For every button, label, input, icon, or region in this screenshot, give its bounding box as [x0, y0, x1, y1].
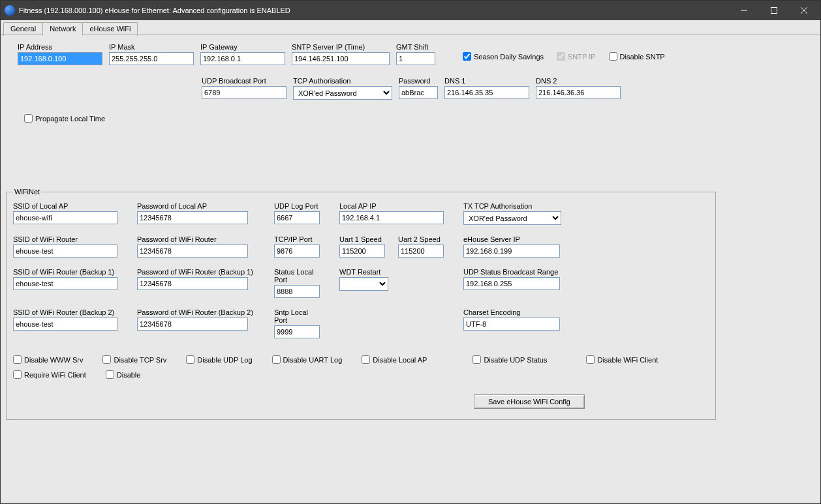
- disable-sntp-checkbox[interactable]: [609, 52, 617, 61]
- tcp-auth-select[interactable]: XOR'ed Password: [293, 86, 392, 100]
- pwd-backup1-label: Password of WiFi Router (Backup 1): [137, 268, 255, 276]
- window-title: Fitness (192.168.000.100) eHouse for Eth…: [19, 7, 729, 14]
- status-local-port-label: Status Local Port: [274, 268, 320, 284]
- dns2-input[interactable]: [536, 86, 621, 99]
- udp-log-port-label: UDP Log Port: [274, 202, 320, 210]
- disable-sntp-label: Disable SNTP: [620, 53, 665, 61]
- pwd-router-input[interactable]: [137, 245, 248, 258]
- tx-tcp-auth-select[interactable]: XOR'ed Password: [463, 211, 561, 225]
- udp-broadcast-port-label: UDP Broadcast Port: [202, 77, 287, 85]
- disable-udp-status-label: Disable UDP Status: [484, 356, 547, 364]
- disable-uart-log-label: Disable UART Log: [283, 356, 343, 364]
- svg-rect-1: [771, 8, 777, 14]
- wdt-restart-label: WDT Restart: [339, 268, 444, 276]
- tx-tcp-auth-label: TX TCP Authorisation: [463, 202, 568, 210]
- local-ap-ip-input[interactable]: [339, 211, 444, 224]
- tab-network[interactable]: Network: [42, 22, 83, 36]
- uart1-input[interactable]: [339, 245, 385, 258]
- ip-gateway-label: IP Gateway: [200, 43, 285, 51]
- uart1-label: Uart 1 Speed: [339, 235, 385, 243]
- local-ap-ip-label: Local AP IP: [339, 202, 444, 210]
- season-daily-savings-label: Season Daily Savings: [474, 53, 544, 61]
- ssid-backup2-label: SSID of WiFi Router (Backup 2): [13, 308, 117, 316]
- tcpip-port-input[interactable]: [274, 245, 320, 258]
- gmt-shift-label: GMT Shift: [396, 43, 435, 51]
- disable-uart-log-checkbox[interactable]: [272, 355, 281, 364]
- gmt-shift-input[interactable]: [396, 52, 435, 65]
- disable-wifi-client-label: Disable WiFi Client: [597, 356, 658, 364]
- status-local-port-input[interactable]: [274, 285, 320, 298]
- maximize-button[interactable]: [759, 1, 789, 20]
- pwd-local-ap-input[interactable]: [137, 211, 248, 224]
- dns1-input[interactable]: [444, 86, 529, 99]
- disable-tcp-label: Disable TCP Srv: [114, 356, 166, 364]
- ssid-backup1-label: SSID of WiFi Router (Backup 1): [13, 268, 117, 276]
- dns1-label: DNS 1: [444, 77, 529, 85]
- ip-gateway-input[interactable]: [200, 52, 285, 65]
- propagate-local-time-label: Propagate Local Time: [35, 115, 105, 123]
- save-wifi-config-button[interactable]: Save eHouse WiFi Config: [474, 394, 585, 409]
- disable-www-checkbox[interactable]: [13, 355, 22, 364]
- sntp-local-port-label: Sntp Local Port: [274, 308, 320, 324]
- dns2-label: DNS 2: [536, 77, 621, 85]
- pwd-backup1-input[interactable]: [137, 277, 248, 290]
- disable-udp-log-checkbox[interactable]: [186, 355, 194, 364]
- pwd-local-ap-label: Password of Local AP: [137, 202, 255, 210]
- ip-mask-input[interactable]: [109, 52, 194, 65]
- tcp-auth-label: TCP Authorisation: [293, 77, 392, 85]
- ssid-router-label: SSID of WiFi Router: [13, 235, 117, 243]
- udp-log-port-input[interactable]: [274, 211, 320, 224]
- require-wifi-client-checkbox[interactable]: [13, 370, 22, 379]
- sntp-server-label: SNTP Server IP (Time): [292, 43, 390, 51]
- tab-ehouse-wifi[interactable]: eHouse WiFi: [82, 22, 138, 36]
- password-label: Password: [399, 77, 438, 85]
- ip-address-input[interactable]: [18, 52, 102, 65]
- charset-label: Charset Encoding: [463, 308, 568, 316]
- ssid-local-ap-label: SSID of Local AP: [13, 202, 117, 210]
- pwd-router-label: Password of WiFi Router: [137, 235, 255, 243]
- sntp-ip-checkbox: [557, 52, 565, 61]
- ip-mask-label: IP Mask: [109, 43, 194, 51]
- charset-input[interactable]: [463, 318, 560, 331]
- ssid-backup2-input[interactable]: [13, 318, 117, 331]
- sntp-ip-label: SNTP IP: [568, 53, 596, 61]
- disable-www-label: Disable WWW Srv: [24, 356, 83, 364]
- server-ip-label: eHouse Server IP: [463, 235, 568, 243]
- tcpip-port-label: TCP/IP Port: [274, 235, 320, 243]
- wifinet-legend: WiFiNet: [13, 188, 41, 196]
- wdt-restart-select[interactable]: [339, 277, 388, 291]
- sntp-local-port-input[interactable]: [274, 325, 320, 338]
- disable-wifi-client-checkbox[interactable]: [586, 355, 595, 364]
- uart2-label: Uart 2 Speed: [398, 235, 444, 243]
- uart2-input[interactable]: [398, 245, 444, 258]
- ssid-backup1-input[interactable]: [13, 277, 117, 290]
- ssid-local-ap-input[interactable]: [13, 211, 117, 224]
- disable-tcp-checkbox[interactable]: [102, 355, 111, 364]
- propagate-local-time-checkbox[interactable]: [24, 114, 33, 123]
- server-ip-input[interactable]: [463, 245, 560, 258]
- sntp-server-input[interactable]: [292, 52, 390, 65]
- pwd-backup2-label: Password of WiFi Router (Backup 2): [137, 308, 255, 316]
- require-wifi-client-label: Require WiFi Client: [24, 371, 86, 379]
- disable-udp-status-checkbox[interactable]: [472, 355, 481, 364]
- tab-general[interactable]: General: [3, 22, 43, 36]
- app-icon: [5, 5, 15, 16]
- ssid-router-input[interactable]: [13, 245, 117, 258]
- disable-udp-log-label: Disable UDP Log: [197, 356, 252, 364]
- udp-broadcast-port-input[interactable]: [202, 86, 287, 99]
- ip-address-label: IP Address: [18, 43, 102, 51]
- password-input[interactable]: [399, 86, 438, 99]
- udp-status-range-label: UDP Status Broadcast Range: [463, 268, 568, 276]
- pwd-backup2-input[interactable]: [137, 318, 248, 331]
- disable-local-ap-label: Disable Local AP: [373, 356, 427, 364]
- disable-checkbox[interactable]: [106, 370, 114, 379]
- close-button[interactable]: [789, 1, 819, 20]
- udp-status-range-input[interactable]: [463, 277, 560, 290]
- minimize-button[interactable]: [729, 1, 759, 20]
- season-daily-savings-checkbox[interactable]: [463, 52, 471, 61]
- disable-label: Disable: [117, 371, 141, 379]
- disable-local-ap-checkbox[interactable]: [362, 355, 370, 364]
